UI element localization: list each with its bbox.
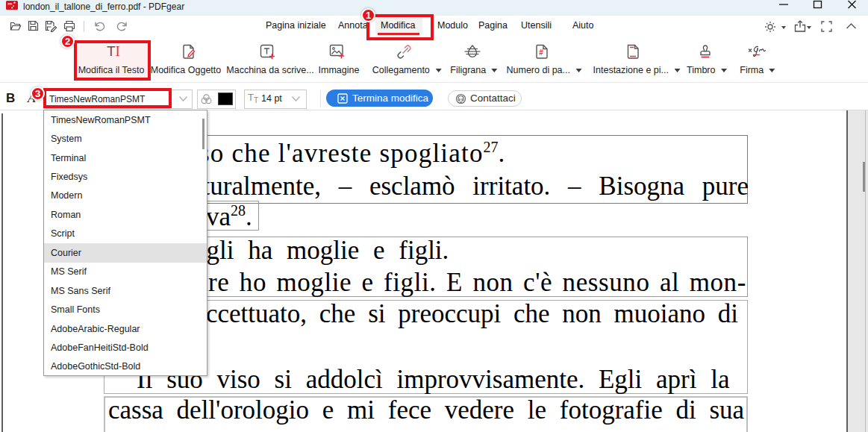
svg-text:#: #	[539, 48, 543, 57]
